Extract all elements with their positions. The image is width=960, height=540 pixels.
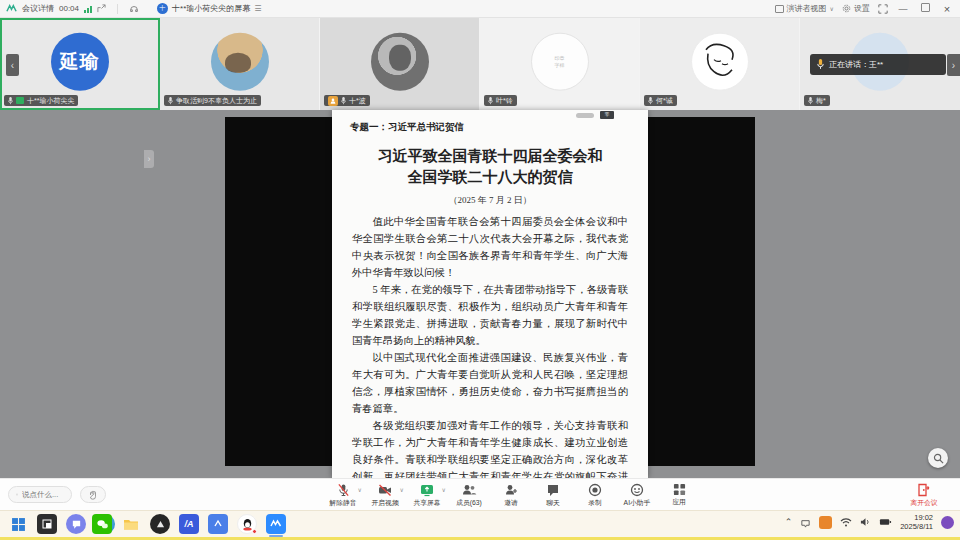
apps-button[interactable]: 应用 xyxy=(658,480,700,510)
close-button[interactable]: × xyxy=(940,3,954,15)
blue-app-icon[interactable] xyxy=(208,514,228,534)
popout-icon[interactable] xyxy=(97,4,106,13)
participant-name: 梅* xyxy=(816,95,826,106)
wifi-icon[interactable] xyxy=(840,517,852,527)
participant-tile-2[interactable]: 争取活到9不辜负人士为止 xyxy=(160,18,320,110)
view-mode-label: 演讲者视图 xyxy=(787,3,827,14)
share-screen-button[interactable]: ∨ 共享屏幕 xyxy=(406,480,448,510)
tray-app-badge-icon[interactable] xyxy=(941,516,954,529)
taskbar-clock[interactable]: 19:02 2025/8/11 xyxy=(900,513,933,531)
record-button[interactable]: 录制 xyxy=(574,480,616,510)
unmute-button[interactable]: ∨ 解除静音 xyxy=(322,480,364,510)
maximize-button[interactable] xyxy=(918,3,932,14)
share-tab-label: 十**瑜小荷尖尖的屏幕 xyxy=(172,3,250,14)
ai-assistant-icon xyxy=(630,483,644,497)
strip-scroll-left-button[interactable]: ‹ xyxy=(6,54,19,76)
caret-icon[interactable]: ∨ xyxy=(358,486,362,493)
layout-icon xyxy=(775,5,784,13)
meeting-detail-link[interactable]: 会议详情 xyxy=(22,3,54,14)
raised-fist-icon xyxy=(88,490,98,500)
caret-icon[interactable]: ∨ xyxy=(400,486,404,493)
taskbar-date: 2025/8/11 xyxy=(900,522,933,531)
shared-screen-area: 零 专题一：习近平总书记贺信 习近平致全国青联十四届全委会和 全国学联二十八大的… xyxy=(0,110,960,478)
members-button[interactable]: 成员(63) xyxy=(448,480,490,510)
participant-strip: 延瑜 十**瑜小荷尖尖 争取活到9不辜负人士为止 十*波 印章字样 xyxy=(0,18,960,110)
quick-message-input[interactable] xyxy=(22,490,64,499)
file-explorer-icon[interactable] xyxy=(121,514,141,534)
pen-device-icon[interactable] xyxy=(800,517,811,528)
zoom-button[interactable] xyxy=(928,448,948,468)
share-screen-icon xyxy=(420,483,434,497)
speaker-icon[interactable] xyxy=(860,517,871,527)
participant-tile-4[interactable]: 印章字样 叶*铃 xyxy=(480,18,640,110)
sidebar-expander-handle[interactable]: › xyxy=(144,150,154,168)
speaking-toast-text: 正在讲话：王** xyxy=(829,59,883,70)
camera-off-icon xyxy=(378,483,392,497)
participant-name: 十**瑜小荷尖尖 xyxy=(27,95,74,106)
participant-tile-5[interactable]: 何*诚 xyxy=(640,18,800,110)
avatar xyxy=(211,33,269,91)
security-tray-icon[interactable] xyxy=(819,516,832,529)
caret-icon[interactable]: ∨ xyxy=(442,486,446,493)
participant-name: 何*诚 xyxy=(656,95,673,106)
avatar xyxy=(371,33,429,91)
view-mode-switcher[interactable]: 演讲者视图 ∨ xyxy=(775,3,834,14)
chat-icon xyxy=(546,483,560,497)
page-mini-tab: 零 xyxy=(600,111,614,119)
tencent-meeting-taskbar-icon[interactable] xyxy=(266,514,286,534)
start-button[interactable] xyxy=(8,514,28,534)
chat-button[interactable]: 聊天 xyxy=(532,480,574,510)
participant-name-badge: 十**瑜小荷尖尖 xyxy=(4,95,78,106)
strip-scroll-right-button[interactable]: › xyxy=(947,54,960,76)
ai-assistant-button[interactable]: AI小助手 xyxy=(616,480,658,510)
titlebar: 会议详情 00:04 十 十**瑜小荷尖尖的屏幕 ☰ 演讲者视图 ∨ 设置 — xyxy=(0,0,960,18)
apps-grid-icon xyxy=(673,483,686,496)
avatar: 印章字样 xyxy=(531,33,589,91)
participant-tile-3[interactable]: 十*波 xyxy=(320,18,480,110)
screen-share-badge-icon xyxy=(16,97,24,104)
avatar xyxy=(691,33,749,91)
share-tab-menu-icon[interactable]: ☰ xyxy=(254,4,261,13)
mic-muted-icon xyxy=(337,483,350,497)
video-editor-app-icon[interactable]: /A xyxy=(179,514,199,534)
raise-hand-button[interactable] xyxy=(80,486,106,503)
participant-name-badge: 梅* xyxy=(804,95,830,106)
speaking-mic-icon xyxy=(817,59,824,70)
participant-name: 争取活到9不辜负人士为止 xyxy=(176,95,257,106)
divider xyxy=(117,4,118,14)
quick-message-input-wrap[interactable] xyxy=(8,486,72,503)
shared-screen-black-panel-right xyxy=(648,117,755,466)
record-icon xyxy=(588,483,602,497)
start-video-button[interactable]: ∨ 开启视频 xyxy=(364,480,406,510)
mic-icon xyxy=(341,97,346,105)
magnifier-icon xyxy=(933,453,944,464)
document-paragraph: 值此中华全国青年联合会第十四届委员会全体会议和中华全国学生联合会第二十八次代表大… xyxy=(352,213,628,281)
sharer-avatar-icon: 十 xyxy=(157,3,168,14)
fullscreen-icon[interactable] xyxy=(878,4,888,14)
meeting-controlbar: ∨ 解除静音 ∨ 开启视频 ∨ 共享屏幕 成员(63) 邀请 xyxy=(0,478,960,510)
qq-icon[interactable] xyxy=(237,514,257,534)
participant-tile-1[interactable]: 延瑜 十**瑜小荷尖尖 xyxy=(0,18,160,110)
teams-chat-icon[interactable] xyxy=(66,514,86,534)
document-topic-tag: 专题一：习近平总书记贺信 xyxy=(350,121,464,134)
windows-taskbar: /A ⌃ 19:02 2025/8/11 xyxy=(0,510,960,540)
screen-share-tab[interactable]: 十 十**瑜小荷尖尖的屏幕 ☰ xyxy=(157,3,261,14)
document-paragraph: 5 年来，在党的领导下，在共青团带动指导下，各级青联和学联组织履职尽责、积极作为… xyxy=(352,281,628,349)
settings-label: 设置 xyxy=(854,3,870,14)
tray-chevron-up-icon[interactable]: ⌃ xyxy=(785,517,793,527)
meeting-timer: 00:04 xyxy=(59,4,79,13)
battery-icon[interactable] xyxy=(879,517,892,527)
host-badge-icon xyxy=(328,96,338,106)
members-icon xyxy=(462,483,477,497)
wechat-icon[interactable] xyxy=(92,514,112,534)
leave-meeting-button[interactable]: 离开会议 xyxy=(902,480,946,510)
participant-name: 叶*铃 xyxy=(496,95,513,106)
dark-app-icon[interactable] xyxy=(150,514,170,534)
speaking-toast: 正在讲话：王** xyxy=(810,54,946,75)
audio-device-icon[interactable] xyxy=(129,4,139,14)
mic-icon xyxy=(488,97,493,105)
settings-button[interactable]: 设置 xyxy=(842,3,870,14)
minimize-button[interactable]: — xyxy=(896,4,910,14)
invite-button[interactable]: 邀请 xyxy=(490,480,532,510)
taskview-button[interactable] xyxy=(37,514,57,534)
